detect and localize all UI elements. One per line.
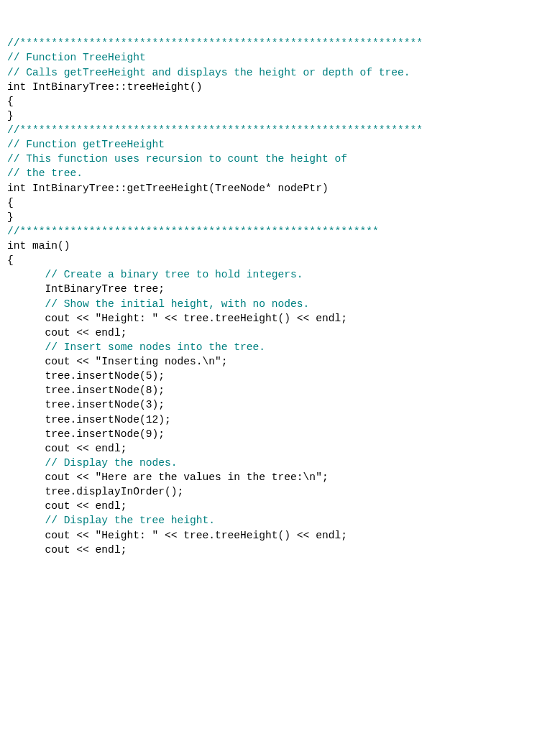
code-token: // Function getTreeHeight <box>7 139 165 150</box>
code-line: // Create a binary tree to hold integers… <box>7 267 553 282</box>
code-token: cout << "Here are the values in the tree… <box>7 472 329 483</box>
code-token: cout << "Inserting nodes.\n"; <box>7 356 228 367</box>
code-line: tree.insertNode(5); <box>7 369 553 383</box>
code-token: tree.displayInOrder(); <box>7 486 183 497</box>
code-line: tree.insertNode(3); <box>7 397 553 412</box>
code-line: IntBinaryTree tree; <box>7 282 553 296</box>
code-token: // the tree. <box>7 167 83 179</box>
code-line: int main() <box>7 239 553 253</box>
code-line: { <box>7 253 553 267</box>
code-line: cout << "Here are the values in the tree… <box>7 470 553 484</box>
code-token: cout << endl; <box>7 544 127 556</box>
code-token: int IntBinaryTree::treeHeight() <box>7 81 203 93</box>
code-line: { <box>7 196 553 210</box>
code-line: //**************************************… <box>7 123 553 137</box>
code-line: cout << endl; <box>7 499 553 513</box>
code-token: cout << endl; <box>7 327 127 339</box>
code-line: // Calls getTreeHeight and displays the … <box>7 65 553 80</box>
code-token: cout << endl; <box>7 500 127 512</box>
code-token: { <box>7 96 14 107</box>
code-line: cout << "Height: " << tree.treeHeight() … <box>7 528 553 543</box>
code-line: tree.insertNode(9); <box>7 427 553 441</box>
code-line: tree.insertNode(12); <box>7 413 553 427</box>
code-token: int main() <box>7 240 70 252</box>
code-line: tree.insertNode(8); <box>7 383 553 397</box>
code-token: tree.insertNode(12); <box>7 414 171 426</box>
code-line: int IntBinaryTree::getTreeHeight(TreeNod… <box>7 181 553 196</box>
code-token: // Calls getTreeHeight and displays the … <box>7 67 410 78</box>
code-token: cout << "Height: " << tree.treeHeight() … <box>7 530 347 541</box>
code-line: } <box>7 109 553 123</box>
code-token: // Display the tree height. <box>45 515 215 526</box>
code-token: IntBinaryTree tree; <box>7 283 165 295</box>
code-line: // Display the nodes. <box>7 456 553 470</box>
code-token: //**************************************… <box>7 124 423 136</box>
code-line: cout << endl; <box>7 543 553 557</box>
code-token: } <box>7 211 14 223</box>
code-token: // Show the initial height, with no node… <box>45 298 310 310</box>
code-token: // Create a binary tree to hold integers… <box>45 269 303 280</box>
code-token: tree.insertNode(9); <box>7 428 165 440</box>
code-token: cout << endl; <box>7 443 127 454</box>
code-token: { <box>7 197 14 208</box>
code-line: // This function uses recursion to count… <box>7 152 553 166</box>
code-line: cout << endl; <box>7 326 553 340</box>
code-line: tree.displayInOrder(); <box>7 484 553 499</box>
code-token: { <box>7 254 14 266</box>
code-token <box>7 298 45 310</box>
code-token: //**************************************… <box>7 37 423 49</box>
code-token: // Insert some nodes into the tree. <box>45 341 266 353</box>
code-line: //**************************************… <box>7 224 553 239</box>
code-token: // This function uses recursion to count… <box>7 153 347 165</box>
code-token <box>7 457 45 469</box>
code-token: int IntBinaryTree::getTreeHeight(TreeNod… <box>7 183 329 194</box>
code-token: tree.insertNode(8); <box>7 385 165 396</box>
code-line: cout << "Inserting nodes.\n"; <box>7 354 553 369</box>
code-token: } <box>7 110 14 121</box>
code-line: { <box>7 94 553 109</box>
code-line: cout << "Height: " << tree.treeHeight() … <box>7 311 553 326</box>
code-line: int IntBinaryTree::treeHeight() <box>7 80 553 94</box>
code-token: //**************************************… <box>7 226 379 237</box>
code-token: // Function TreeHeight <box>7 52 146 63</box>
code-line: // Insert some nodes into the tree. <box>7 340 553 354</box>
code-line: // Function TreeHeight <box>7 50 553 65</box>
code-token: tree.insertNode(5); <box>7 370 165 382</box>
code-token: cout << "Height: " << tree.treeHeight() … <box>7 313 347 324</box>
code-line: // Function getTreeHeight <box>7 137 553 152</box>
code-token <box>7 515 45 526</box>
code-line: //**************************************… <box>7 36 553 50</box>
code-line: } <box>7 210 553 224</box>
code-line: // Show the initial height, with no node… <box>7 297 553 311</box>
code-line: // Display the tree height. <box>7 513 553 528</box>
code-token <box>7 269 45 280</box>
code-token <box>7 341 45 353</box>
code-line: // the tree. <box>7 166 553 180</box>
code-token: tree.insertNode(3); <box>7 399 165 410</box>
code-line: cout << endl; <box>7 441 553 456</box>
code-block: //**************************************… <box>7 36 553 557</box>
code-token: // Display the nodes. <box>45 457 178 469</box>
